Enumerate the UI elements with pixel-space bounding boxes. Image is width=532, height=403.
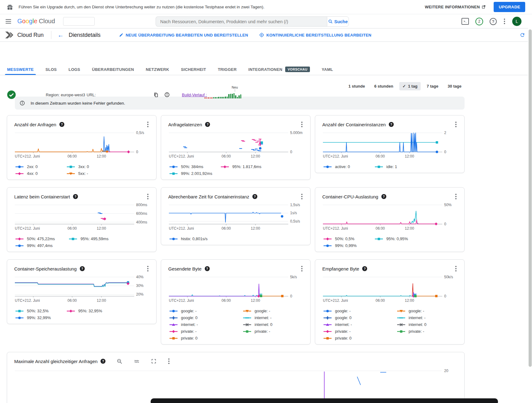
- legend-item[interactable]: 5xx: -: [67, 171, 104, 176]
- legend-item[interactable]: private: -: [243, 329, 302, 334]
- legend-item[interactable]: 50%: 475,22ms: [15, 236, 55, 241]
- tab-trigger[interactable]: TRIGGER: [212, 64, 242, 75]
- time-range-30-tage[interactable]: 30 tage: [444, 82, 465, 90]
- tab-yaml[interactable]: YAML: [316, 64, 339, 75]
- tab-netzwerk[interactable]: NETZWERK: [140, 64, 175, 75]
- chart-help-icon[interactable]: ?: [80, 266, 85, 271]
- copy-icon[interactable]: [153, 92, 159, 98]
- edit-deploy-action[interactable]: NEUE ÜBERARBEITUNG BEARBEITEN UND BEREIT…: [119, 33, 248, 37]
- legend-item[interactable]: google: -: [169, 309, 229, 313]
- product-name[interactable]: Cloud Run: [17, 32, 44, 38]
- continuous-deployment-action[interactable]: KONTINUIERLICHE BEREITSTELLUNG BEARBEITE…: [259, 32, 371, 37]
- chart-plot[interactable]: 50k/s0UTC+212. Juni06:0012:00: [322, 275, 457, 304]
- smooth-lines-icon[interactable]: [134, 358, 140, 364]
- chart-plot[interactable]: 1,5s/s1s/s0,5s/sUTC+212. Juni06:0012:00: [168, 202, 302, 232]
- chart-help-icon[interactable]: ?: [252, 194, 257, 199]
- chart-help-icon[interactable]: ?: [381, 194, 386, 199]
- chart-plot[interactable]: 5k/s0UTC+212. Juni06:0012:00: [168, 275, 302, 304]
- media-overlay-bar[interactable]: [151, 398, 498, 403]
- legend-item[interactable]: internet: -: [169, 322, 229, 327]
- chart-plot[interactable]: 20: [14, 367, 456, 403]
- legend-item[interactable]: 99%: 0,99%: [324, 243, 361, 248]
- back-button[interactable]: ←: [58, 32, 64, 39]
- notifications-badge[interactable]: 2: [475, 18, 483, 25]
- chart-menu-button[interactable]: [301, 193, 303, 200]
- tab-logs[interactable]: LOGS: [62, 64, 86, 75]
- upgrade-button[interactable]: UPGRADE: [494, 2, 525, 12]
- chart-menu-button[interactable]: [168, 358, 170, 365]
- help-icon[interactable]: ?: [490, 18, 497, 25]
- legend-item[interactable]: internet: -: [324, 322, 383, 327]
- legend-item[interactable]: 50%: 384ms: [169, 164, 207, 169]
- legend-item[interactable]: 99%: 2.001,92ms: [169, 171, 212, 176]
- legend-item[interactable]: 99%: 497,4ms: [15, 243, 53, 248]
- zoom-out-icon[interactable]: [117, 358, 122, 364]
- legend-item[interactable]: internet: -: [397, 315, 457, 320]
- legend-item[interactable]: 99%: 32,99%: [15, 315, 53, 320]
- legend-item[interactable]: 95%: 1.817,6ms: [221, 164, 261, 169]
- chart-plot[interactable]: 40%30%20%UTC+212. Juni06:0012:00: [14, 275, 148, 304]
- legend-item[interactable]: 95%: 495,59ms: [69, 236, 108, 241]
- chart-help-icon[interactable]: ?: [59, 122, 64, 127]
- tab-sicherheit[interactable]: SICHERHEIT: [175, 64, 212, 75]
- project-picker[interactable]: [63, 17, 95, 26]
- legend-item[interactable]: private: 0: [169, 336, 229, 340]
- legend-item[interactable]: google: -: [243, 309, 302, 313]
- chart-help-icon[interactable]: ?: [205, 122, 210, 127]
- search-input[interactable]: [156, 16, 327, 27]
- chart-plot[interactable]: 0,5/s0UTC+212. Juni06:0012:00: [14, 130, 148, 160]
- chart-menu-button[interactable]: [455, 121, 457, 128]
- time-range-1-tag[interactable]: ✓1 tag: [399, 82, 420, 90]
- chart-plot[interactable]: 800ms600ms400msUTC+212. Juni06:0012:00: [14, 202, 148, 232]
- chart-menu-button[interactable]: [301, 121, 303, 128]
- legend-item[interactable]: internet: -: [243, 315, 302, 320]
- chart-menu-button[interactable]: [455, 193, 457, 200]
- info-icon[interactable]: [164, 92, 170, 98]
- tab-überarbeitungen[interactable]: ÜBERARBEITUNGEN: [86, 64, 140, 75]
- chart-plot[interactable]: 50%0UTC+212. Juni06:0012:00: [322, 202, 457, 232]
- fullscreen-icon[interactable]: [151, 358, 157, 364]
- legend-item[interactable]: internet: 0: [397, 322, 457, 327]
- legend-item[interactable]: 95%: 0,95%: [375, 236, 412, 241]
- chart-help-icon[interactable]: ?: [362, 266, 367, 271]
- chart-help-icon[interactable]: ?: [73, 194, 78, 199]
- tab-messwerte[interactable]: MESSWERTE: [1, 64, 40, 75]
- page-scrollbar[interactable]: [528, 14, 532, 403]
- tab-integrationen[interactable]: INTEGRATIONENVORSCHAU: [242, 64, 316, 75]
- time-range-7-tage[interactable]: 7 tage: [424, 82, 442, 90]
- legend-item[interactable]: active: 0: [324, 164, 361, 169]
- legend-item[interactable]: private: -: [397, 329, 457, 334]
- chart-menu-button[interactable]: [147, 121, 149, 128]
- build-history-link[interactable]: Build-Verlauf :: [182, 93, 207, 97]
- legend-item[interactable]: private: -: [169, 329, 229, 334]
- legend-item[interactable]: google: -: [397, 309, 457, 313]
- legend-item[interactable]: 50%: 32,5%: [15, 309, 53, 313]
- search-button[interactable]: Suche: [327, 16, 349, 27]
- legend-item[interactable]: 2xx: 0: [15, 164, 53, 169]
- google-cloud-logo[interactable]: Google Cloud: [17, 18, 55, 25]
- legend-item[interactable]: idle: 1: [375, 164, 412, 169]
- legend-item[interactable]: google: 0: [324, 315, 383, 320]
- legend-item[interactable]: private: -: [324, 329, 383, 334]
- legend-item[interactable]: google: 0: [169, 315, 229, 320]
- tab-slos[interactable]: SLOS: [40, 64, 62, 75]
- legend-item[interactable]: private: 0: [324, 336, 383, 340]
- chart-menu-button[interactable]: [301, 265, 303, 272]
- chart-menu-button[interactable]: [147, 265, 149, 272]
- more-options-icon[interactable]: [503, 18, 506, 25]
- cloud-shell-icon[interactable]: >_: [461, 18, 469, 25]
- legend-item[interactable]: 3xx: 0: [67, 164, 104, 169]
- chart-menu-button[interactable]: [147, 193, 149, 200]
- chart-help-icon[interactable]: ?: [205, 266, 210, 271]
- legend-item[interactable]: 4xx: 0: [15, 171, 53, 176]
- legend-item[interactable]: 95%: 32,95%: [67, 309, 104, 313]
- time-range-1-stunde[interactable]: 1 stunde: [345, 82, 368, 90]
- chart-help-icon[interactable]: ?: [101, 359, 105, 364]
- time-range-6-stunden[interactable]: 6 stunden: [371, 82, 396, 90]
- chart-plot[interactable]: 20UTC+212. Juni06:0012:00: [322, 130, 457, 160]
- legend-item[interactable]: internet: 0: [243, 322, 302, 327]
- scrollbar-thumb[interactable]: [529, 29, 532, 367]
- legend-item[interactable]: google: -: [324, 309, 383, 313]
- legend-item[interactable]: 50%: 0,5%: [324, 236, 361, 241]
- menu-icon[interactable]: [6, 19, 11, 24]
